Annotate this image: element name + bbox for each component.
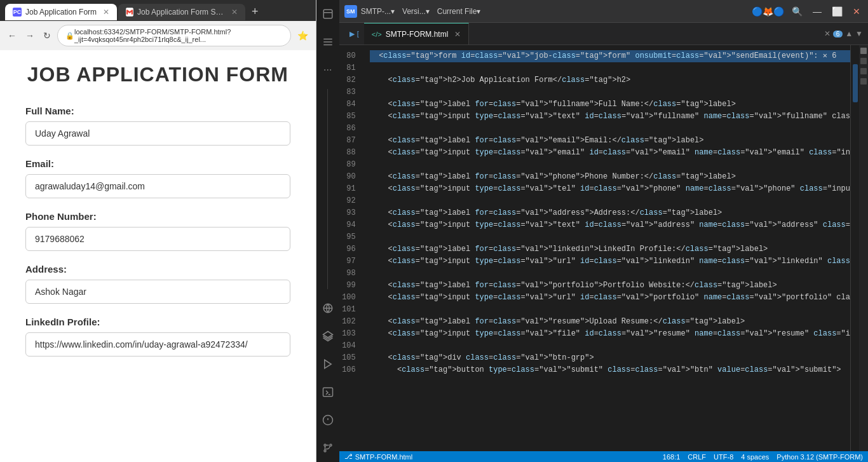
linkedin-group: LinkedIn Profile:	[25, 316, 290, 357]
source-control-status[interactable]: ⎇ SMTP-FORM.html	[344, 452, 412, 461]
form-title: JOB APPLICATION FORM	[25, 63, 290, 86]
editor-tab-bar: ▶ [ </> SMTP-FORM.html ✕ ✕ 6 ▲ ▼	[339, 23, 868, 45]
email-input[interactable]	[25, 174, 290, 198]
back-button[interactable]: ←	[5, 29, 19, 42]
hamburger-icon[interactable]	[319, 33, 337, 51]
up-icon[interactable]: ▲	[845, 29, 853, 38]
email-label: Email:	[25, 158, 290, 169]
down-icon[interactable]: ▼	[855, 29, 863, 38]
linkedin-input[interactable]	[25, 332, 290, 357]
tabs-bar: PC Job Application Form ✕ Job Applicatio…	[0, 0, 316, 21]
status-filename: SMTP-FORM.html	[355, 453, 412, 461]
editor-filename: SMTP-FORM.html	[386, 30, 449, 39]
browser-chrome: PC Job Application Form ✕ Job Applicatio…	[0, 0, 316, 50]
version-label: Versi...▾	[402, 7, 430, 16]
tab-gmail[interactable]: Job Application Form Submiss... ✕	[118, 4, 245, 20]
editor-activity-bar: ···	[316, 0, 339, 462]
fullname-input[interactable]	[25, 121, 290, 146]
editor-panel: SM SMTP-...▾ Versi...▾ Current File▾ 🔵🦊🔵…	[339, 0, 868, 462]
email-group: Email:	[25, 158, 290, 198]
html-file-icon: </>	[372, 31, 382, 38]
forward-button[interactable]: →	[23, 29, 37, 42]
line-col[interactable]: 168:1	[663, 453, 681, 461]
phone-group: Phone Number:	[25, 211, 290, 251]
nav-bar: ← → ↻ 🔒 localhost:63342/SMTP-FORM/SMTP-F…	[0, 21, 316, 50]
search-icon[interactable]: 🔍	[789, 6, 805, 17]
fullname-label: Full Name:	[25, 105, 290, 116]
browser-panel: PC Job Application Form ✕ Job Applicatio…	[0, 0, 316, 462]
tab1-label: Job Application Form	[25, 8, 97, 17]
close-button[interactable]: ✕	[850, 6, 863, 17]
checkmark-icon: ✕	[824, 29, 831, 38]
current-file-dropdown[interactable]: Current File▾	[437, 7, 481, 16]
address-group: Address:	[25, 264, 290, 304]
branch-icon: ⎇	[344, 452, 353, 461]
smtp-dropdown[interactable]: SMTP-...▾	[361, 7, 395, 16]
more-icon[interactable]: ···	[319, 61, 337, 79]
editor-top-bar: SM SMTP-...▾ Versi...▾ Current File▾ 🔵🦊🔵…	[339, 0, 868, 23]
svg-point-12	[324, 444, 326, 446]
svg-rect-0	[323, 10, 332, 18]
fullname-group: Full Name:	[25, 105, 290, 146]
tab2-favicon	[126, 8, 133, 17]
url-text: localhost:63342/SMTP-FORM/SMTP-FORM.html…	[74, 28, 283, 43]
scroll-indicator	[853, 64, 858, 102]
tab1-close-icon[interactable]: ✕	[103, 8, 109, 17]
browser-content: JOB APPLICATION FORM Full Name: Email: P…	[0, 50, 316, 462]
spaces-status[interactable]: 4 spaces	[741, 453, 769, 461]
language-status[interactable]: Python 3.12 (SMTP-FORM)	[776, 453, 863, 461]
rail-icon-1[interactable]	[860, 48, 867, 54]
rail-icon-3[interactable]	[860, 68, 867, 74]
play-icon[interactable]	[319, 355, 337, 373]
layers-icon[interactable]	[319, 327, 337, 345]
svg-point-13	[330, 444, 332, 446]
address-input[interactable]	[25, 280, 290, 304]
new-tab-button[interactable]: +	[247, 3, 264, 21]
window-controls: 🔵🦊🔵 🔍 — ⬜ ✕	[752, 6, 863, 17]
code-area: <class="tag">form id=class="val">"job-cl…	[362, 45, 850, 451]
count-badge: 6	[833, 31, 843, 37]
tab2-label: Job Application Form Submiss...	[137, 8, 225, 17]
git-icon[interactable]	[319, 439, 337, 457]
editor-file-tab[interactable]: </> SMTP-FORM.html ✕	[364, 23, 470, 44]
url-lock-icon: 🔒	[65, 32, 74, 40]
smtp-label: SMTP-...▾	[361, 7, 395, 16]
editor-tab-actions: ✕ 6 ▲ ▼	[824, 29, 863, 38]
current-file-label: Current File▾	[437, 7, 481, 16]
editor-body: 8081828384858687888990919293949596979899…	[339, 45, 868, 451]
svg-point-14	[324, 450, 326, 452]
reload-button[interactable]: ↻	[41, 29, 53, 42]
remote-icon[interactable]	[319, 299, 337, 317]
phone-input[interactable]	[25, 227, 290, 251]
encoding-status[interactable]: UTF-8	[714, 453, 733, 461]
linkedin-label: LinkedIn Profile:	[25, 316, 290, 327]
editor-status-bar: ⎇ SMTP-FORM.html 168:1 CRLF UTF-8 4 spac…	[339, 451, 868, 462]
crlf-status[interactable]: CRLF	[688, 453, 706, 461]
status-right: 168:1 CRLF UTF-8 4 spaces Python 3.12 (S…	[663, 453, 863, 461]
rail-icon-2[interactable]	[860, 58, 867, 64]
tab2-close-icon[interactable]: ✕	[231, 8, 238, 17]
files-icon[interactable]	[319, 5, 337, 23]
fold-indicator: ▶ [	[344, 30, 364, 38]
svg-marker-6	[324, 360, 331, 369]
terminal-icon[interactable]	[319, 383, 337, 401]
line-numbers: 8081828384858687888990919293949596979899…	[339, 45, 362, 451]
minimize-button[interactable]: —	[810, 6, 824, 17]
right-rail-icons	[859, 45, 868, 451]
editor-favicon: SM	[344, 5, 357, 18]
bookmarks-button[interactable]: ⭐	[295, 29, 311, 42]
address-label: Address:	[25, 264, 290, 275]
version-dropdown[interactable]: Versi...▾	[402, 7, 430, 16]
editor-tab-close-icon[interactable]: ✕	[454, 30, 461, 39]
tab1-favicon: PC	[13, 8, 22, 17]
maximize-button[interactable]: ⬜	[829, 6, 845, 17]
minimap-scrollbar[interactable]	[850, 45, 859, 451]
tab-job-application[interactable]: PC Job Application Form ✕	[5, 4, 117, 20]
phone-label: Phone Number:	[25, 211, 290, 222]
warning-icon[interactable]	[319, 411, 337, 429]
browser-logos: 🔵🦊🔵	[752, 6, 784, 17]
url-bar[interactable]: 🔒 localhost:63342/SMTP-FORM/SMTP-FORM.ht…	[57, 25, 291, 46]
gear-icon[interactable]	[860, 78, 867, 85]
